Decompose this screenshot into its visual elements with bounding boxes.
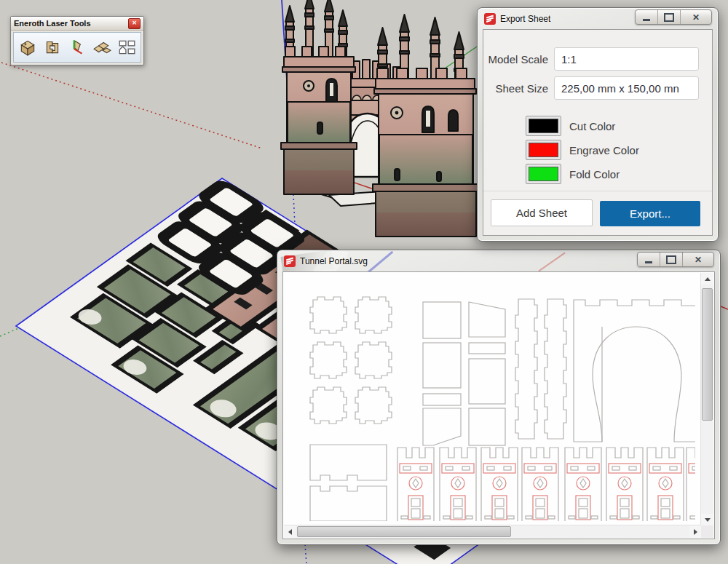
minimize-button[interactable] [636,10,658,24]
model-scale-label: Model Scale [488,53,548,65]
dialog-separator [483,191,712,191]
hinge-icon [43,38,62,57]
box-joint-icon [18,38,37,57]
orient-part-icon [68,38,87,57]
scroll-up-button[interactable] [701,273,713,285]
glass-reflection [368,251,394,271]
maximize-button[interactable] [660,253,683,266]
cut-outlines [310,297,695,521]
svg-preview-window: Tunnel Portal.svg ✕ [277,250,721,545]
sketchup-viewport[interactable]: Eneroth Laser Tools ✕ [0,0,728,564]
svg-preview-canvas[interactable]: .cut{stroke:#b3b1ae;stroke-width:1.2;}.e… [284,273,701,525]
vertical-scrollbar[interactable] [700,273,713,525]
toolbar-body [13,32,141,63]
toolbar-title: Eneroth Laser Tools [14,19,128,28]
arrange-sheets-tool-button[interactable] [116,36,138,58]
minimize-button[interactable] [638,253,660,266]
close-button[interactable]: ✕ [683,253,713,266]
svg-preview-client: .cut{stroke:#b3b1ae;stroke-width:1.2;}.e… [282,271,715,539]
right-tower [373,68,479,237]
orient-part-tool-button[interactable] [66,36,88,58]
fold-color-swatch[interactable] [526,164,561,184]
export-dialog-client: Model Scale Sheet Size Cut Color Engrave… [483,29,713,236]
horizontal-scrollbar[interactable] [284,525,701,538]
cut-color-swatch[interactable] [526,116,561,136]
toolbar-close-button[interactable]: ✕ [128,18,141,29]
maximize-button[interactable] [658,10,681,24]
arrange-sheets-icon [117,38,136,57]
cut-color-label: Cut Color [569,120,615,132]
engrave-color-swatch[interactable] [526,140,561,160]
close-button[interactable]: ✕ [681,10,711,24]
scroll-down-button[interactable] [701,514,713,525]
model-scale-input[interactable] [554,47,699,71]
tower-cut-pieces [397,448,695,521]
add-sheet-button[interactable]: Add Sheet [491,199,593,226]
export-dialog-title: Export Sheet [500,14,550,24]
scrollbar-corner [701,525,713,538]
sketchup-icon [284,255,296,267]
scroll-left-button[interactable] [284,525,296,538]
unfold-icon [92,38,111,57]
sheet-size-input[interactable] [554,76,699,100]
vertical-scroll-thumb[interactable] [702,288,713,421]
export-sheet-dialog: Export Sheet ✕ Model Scale Sheet Size Cu… [477,7,719,242]
scroll-right-button[interactable] [689,525,701,538]
laser-tools-toolbar: Eneroth Laser Tools ✕ [10,16,144,65]
horizontal-scroll-thumb[interactable] [297,526,511,537]
unfold-tool-button[interactable] [91,36,113,58]
svg-window-title: Tunnel Portal.svg [300,256,368,266]
sketchup-icon [484,13,496,25]
engrave-color-label: Engrave Color [569,144,639,156]
toolbar-titlebar[interactable]: Eneroth Laser Tools ✕ [11,17,143,31]
left-tower [281,47,357,194]
sheet-size-label: Sheet Size [495,82,548,95]
glass-reflection [538,253,565,271]
fold-color-label: Fold Color [569,168,620,180]
box-joint-tool-button[interactable] [17,36,39,58]
svg-window-titlebar[interactable]: Tunnel Portal.svg ✕ [277,250,720,271]
export-dialog-titlebar[interactable]: Export Sheet ✕ [478,8,718,29]
export-button[interactable]: Export... [600,201,700,226]
hinge-tool-button[interactable] [41,36,63,58]
castle-model[interactable] [281,0,479,237]
